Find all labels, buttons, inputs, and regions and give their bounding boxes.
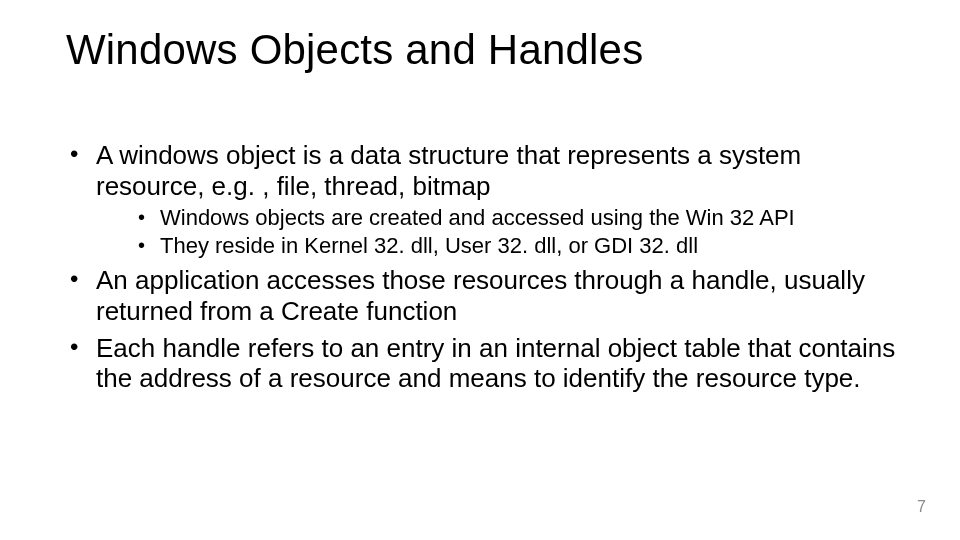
- sub-bullet-text: Windows objects are created and accessed…: [160, 205, 795, 230]
- slide-body: A windows object is a data structure tha…: [66, 140, 912, 400]
- slide-title: Windows Objects and Handles: [66, 26, 643, 74]
- bullet-text: A windows object is a data structure tha…: [96, 140, 801, 201]
- bullet-text: Each handle refers to an entry in an int…: [96, 333, 895, 394]
- sub-bullet-list: Windows objects are created and accessed…: [96, 205, 912, 259]
- page-number: 7: [917, 498, 926, 516]
- bullet-item: Each handle refers to an entry in an int…: [66, 333, 912, 394]
- sub-bullet-text: They reside in Kernel 32. dll, User 32. …: [160, 233, 698, 258]
- slide: Windows Objects and Handles A windows ob…: [0, 0, 960, 540]
- sub-bullet-item: They reside in Kernel 32. dll, User 32. …: [136, 233, 912, 259]
- bullet-list: A windows object is a data structure tha…: [66, 140, 912, 394]
- bullet-item: An application accesses those resources …: [66, 265, 912, 326]
- sub-bullet-item: Windows objects are created and accessed…: [136, 205, 912, 231]
- bullet-text: An application accesses those resources …: [96, 265, 865, 326]
- bullet-item: A windows object is a data structure tha…: [66, 140, 912, 259]
